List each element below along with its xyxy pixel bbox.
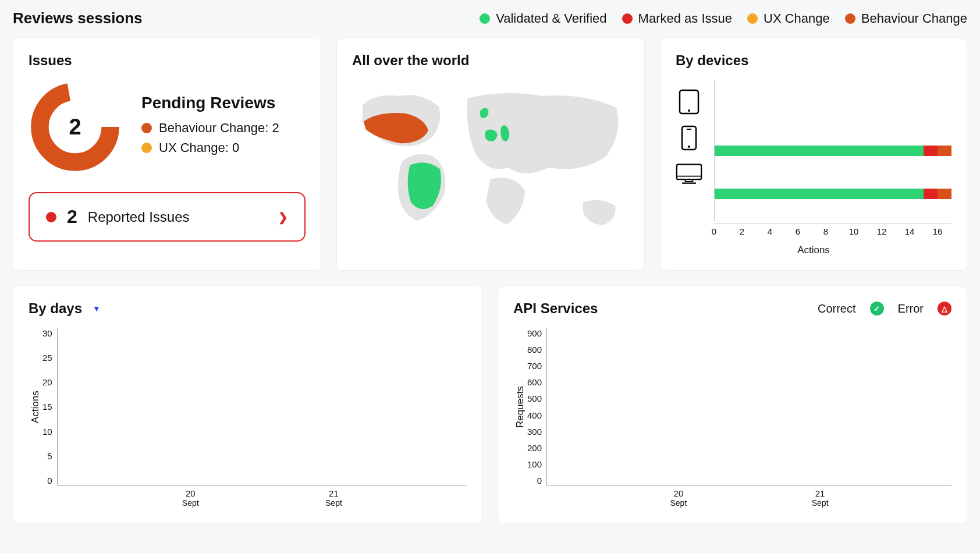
status-dot-icon	[141, 123, 152, 133]
pending-title: Pending Reviews	[141, 94, 279, 112]
mobile-icon	[676, 125, 702, 151]
xtick: 12	[877, 226, 887, 236]
pending-row-label: UX Change: 0	[159, 140, 239, 155]
devices-title: By devices	[676, 52, 951, 69]
world-map-title: All over the world	[352, 52, 629, 69]
ytick: 900	[527, 328, 542, 338]
xtick: 6	[796, 226, 800, 236]
ytick: 25	[42, 353, 52, 363]
svg-rect-8	[686, 179, 693, 182]
reported-count: 2	[67, 206, 77, 228]
legend-dot-icon	[622, 13, 633, 24]
xtick: 0	[712, 226, 716, 236]
ytick: 20	[42, 377, 52, 387]
ytick: 800	[527, 345, 542, 355]
xtick: 20Sept	[182, 488, 199, 508]
ytick: 10	[42, 427, 52, 437]
legend-item: Behaviour Change	[845, 11, 967, 26]
alert-triangle-icon: △	[938, 302, 951, 316]
issues-card: Issues 2 Pending Reviews Behaviour Chang…	[13, 38, 321, 271]
check-circle-icon: ✓	[870, 302, 884, 316]
xtick: 8	[823, 226, 828, 236]
legend-item: UX Change	[747, 11, 830, 26]
api-legend: Correct ✓ Error △	[818, 302, 951, 316]
legend-item: Validated & Verified	[480, 11, 606, 26]
desktop-icon	[676, 161, 702, 187]
chevron-right-icon: ❯	[278, 210, 288, 224]
chevron-down-icon: ▼	[93, 304, 101, 313]
pending-row: UX Change: 0	[141, 140, 279, 155]
api-card: API Services Correct ✓ Error △ Requests …	[498, 286, 967, 523]
reported-label: Reported Issues	[88, 209, 190, 225]
device-bar-row	[715, 129, 951, 172]
bar-segment	[715, 146, 924, 156]
device-bar-row	[715, 172, 951, 215]
xtick: 20Sept	[670, 488, 687, 508]
ytick: 15	[42, 402, 52, 412]
api-title: API Services	[513, 300, 598, 317]
bydays-card: By days ▼ Actions 302520151050 20Sept21S…	[13, 286, 482, 523]
ytick: 5	[47, 451, 52, 461]
xtick: 21Sept	[812, 488, 829, 508]
ytick: 0	[537, 476, 542, 485]
bar-segment	[938, 189, 951, 199]
legend-dot-icon	[480, 13, 490, 24]
legend-label: UX Change	[764, 11, 830, 26]
legend-label: Marked as Issue	[638, 11, 732, 26]
xtick: 10	[849, 226, 859, 236]
api-chart: Requests 9008007006005004003002001000 20…	[513, 328, 951, 509]
ytick: 600	[527, 377, 542, 387]
svg-rect-6	[677, 164, 701, 179]
pending-donut-chart: 2	[29, 80, 122, 173]
bydays-ylabel: Actions	[29, 328, 42, 485]
pending-row-label: Behaviour Change: 2	[159, 120, 279, 136]
xtick: 2	[740, 226, 744, 236]
pending-details: Pending Reviews Behaviour Change: 2UX Ch…	[141, 94, 279, 160]
bydays-title: By days	[29, 300, 82, 317]
ytick: 100	[527, 459, 542, 469]
ytick: 200	[527, 443, 542, 453]
issues-title: Issues	[29, 52, 306, 69]
bydays-chart: Actions 302520151050 20Sept21Sept	[29, 328, 467, 509]
bar-segment	[924, 189, 938, 199]
pending-row: Behaviour Change: 2	[141, 120, 279, 136]
bydays-dropdown[interactable]: By days ▼	[29, 300, 101, 317]
bar-segment	[924, 146, 938, 156]
devices-chart	[676, 80, 951, 221]
bar-segment	[715, 189, 924, 199]
ytick: 30	[42, 328, 52, 338]
xtick: 14	[905, 226, 915, 236]
header-row: Reviews sessions Validated & VerifiedMar…	[13, 9, 967, 27]
legend-label: Validated & Verified	[496, 11, 606, 26]
devices-card: By devices 0246810121416 Actions	[660, 38, 967, 271]
api-legend-error-label: Error	[898, 302, 924, 316]
issue-dot-icon	[46, 212, 56, 222]
svg-point-5	[688, 146, 690, 148]
api-legend-correct-label: Correct	[818, 302, 856, 316]
device-bar-row	[715, 86, 951, 129]
ytick: 500	[527, 394, 542, 403]
xtick: 16	[933, 226, 943, 236]
world-map	[352, 80, 629, 249]
ytick: 700	[527, 361, 542, 371]
ytick: 400	[527, 410, 542, 420]
pending-donut-value: 2	[29, 80, 122, 173]
page-title: Reviews sessions	[13, 9, 143, 27]
xtick: 21Sept	[325, 488, 342, 508]
legend-dot-icon	[845, 13, 855, 24]
xtick: 4	[768, 226, 772, 236]
api-ylabel: Requests	[513, 328, 527, 485]
status-legend: Validated & VerifiedMarked as IssueUX Ch…	[480, 11, 967, 26]
tablet-icon	[676, 88, 702, 115]
ytick: 0	[47, 476, 52, 485]
reported-issues-button[interactable]: 2 Reported Issues ❯	[29, 192, 306, 242]
legend-dot-icon	[747, 13, 758, 24]
svg-point-2	[688, 109, 690, 112]
legend-item: Marked as Issue	[622, 11, 732, 26]
world-map-card: All over the world	[336, 38, 645, 271]
status-dot-icon	[141, 143, 152, 153]
legend-label: Behaviour Change	[861, 11, 967, 26]
ytick: 300	[527, 427, 542, 437]
bar-segment	[938, 146, 951, 156]
